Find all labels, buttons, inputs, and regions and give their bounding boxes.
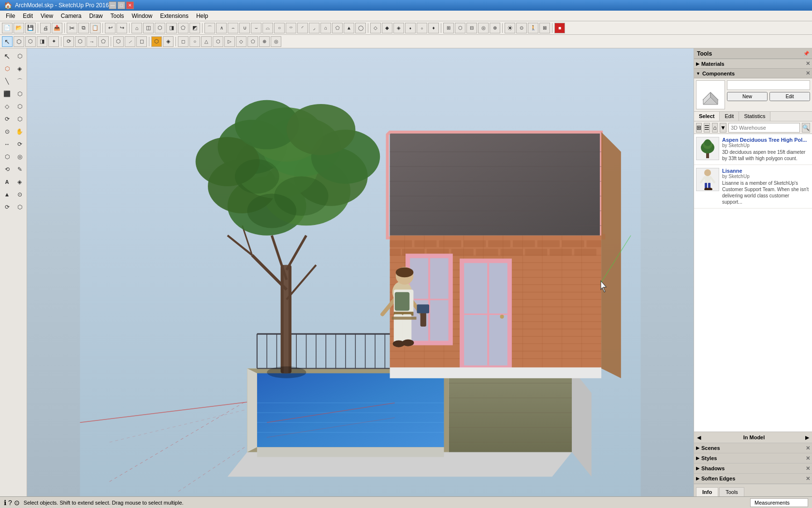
menu-tools[interactable]: Tools xyxy=(107,12,128,20)
tb-s6[interactable]: ◇ xyxy=(236,36,246,47)
tb-move[interactable]: ✦ xyxy=(48,36,59,47)
tb-pentagon[interactable]: ⬠ xyxy=(332,23,343,33)
component-item-0[interactable]: Aspen Deciduous Tree High Pol... by Sket… xyxy=(694,134,812,165)
tb-arc7[interactable]: ⌔ xyxy=(286,23,296,33)
tb-select-tool[interactable]: ↖ xyxy=(2,36,13,47)
tb-s7[interactable]: ⬠ xyxy=(247,36,258,47)
tb-gem6[interactable]: ♦ xyxy=(428,23,439,33)
tb-s4[interactable]: ⬡ xyxy=(213,36,223,47)
preview-new-btn[interactable]: New xyxy=(727,92,768,101)
info-icon[interactable]: ℹ xyxy=(4,499,6,507)
shape-tool2[interactable]: ⬡ xyxy=(14,88,26,100)
close-button[interactable]: ✕ xyxy=(126,1,134,9)
select-tool2[interactable]: ⬡ xyxy=(14,50,26,62)
tb-house[interactable]: ⌂ xyxy=(131,23,142,33)
tab-info[interactable]: Info xyxy=(696,487,718,496)
tb-scenes[interactable]: ⊕ xyxy=(490,23,500,33)
menu-extensions[interactable]: Extensions xyxy=(156,12,192,20)
tb-paint[interactable]: ◨ xyxy=(37,36,47,47)
in-model-prev[interactable]: ◀ xyxy=(697,434,701,441)
tb-components-btn[interactable]: ⬡ xyxy=(455,23,465,33)
tab-edit[interactable]: Edit xyxy=(720,112,739,121)
soften-edges-close[interactable]: ✕ xyxy=(806,476,810,482)
tb-3d[interactable]: ◩ xyxy=(189,23,200,33)
shape-tool1[interactable]: ⬛ xyxy=(1,88,13,100)
menu-edit[interactable]: Edit xyxy=(19,12,37,20)
home-btn[interactable]: ⌂ xyxy=(712,123,718,133)
measurements-field[interactable]: Measurements xyxy=(750,498,808,507)
tb-export[interactable]: 📤 xyxy=(52,23,62,33)
tb-arc10[interactable]: ⌂ xyxy=(320,23,331,33)
tab-tools-bottom[interactable]: Tools xyxy=(719,487,744,496)
section-tool[interactable]: ⊙ xyxy=(14,189,26,200)
tb-gem4[interactable]: ⬧ xyxy=(405,23,416,33)
view-list-btn[interactable]: ☰ xyxy=(704,123,710,133)
tb-poly2[interactable]: ◯ xyxy=(355,23,366,33)
walk-tool[interactable]: ⬡ xyxy=(1,151,13,163)
scenes-header[interactable]: ▶ Scenes ✕ xyxy=(694,443,812,453)
tb-eraser[interactable]: ⬡ xyxy=(25,36,36,47)
tb-box4[interactable]: ⬠ xyxy=(178,23,188,33)
component-item-1[interactable]: Lisanne by SketchUp Lisanne is a member … xyxy=(694,165,812,209)
tb-undo[interactable]: ↩ xyxy=(105,23,116,33)
geo-icon[interactable]: ⊙ xyxy=(14,499,20,507)
tb-red-indicator[interactable]: ■ xyxy=(554,23,565,33)
tb-box2[interactable]: ⬡ xyxy=(155,23,165,33)
materials-close[interactable]: ✕ xyxy=(806,60,810,67)
tb-poly1[interactable]: ▲ xyxy=(344,23,354,33)
text-tool2[interactable]: ◈ xyxy=(14,176,26,188)
extra-tool1[interactable]: ⟳ xyxy=(1,201,13,213)
tb-arc5[interactable]: ⌣ xyxy=(251,23,261,33)
tb-layers[interactable]: ⊞ xyxy=(443,23,454,33)
soften-edges-header[interactable]: ▶ Soften Edges ✕ xyxy=(694,474,812,483)
offset-tool[interactable]: ⬡ xyxy=(14,113,26,125)
tb-styles[interactable]: ◎ xyxy=(478,23,489,33)
pin-icon[interactable]: 📌 xyxy=(803,51,809,56)
view-grid-btn[interactable]: ⊞ xyxy=(696,123,702,133)
tb-arc4[interactable]: ∪ xyxy=(239,23,250,33)
text-tool[interactable]: A xyxy=(1,176,13,188)
tb-s3[interactable]: △ xyxy=(201,36,212,47)
look-tool[interactable]: ◎ xyxy=(14,151,26,163)
scenes-close[interactable]: ✕ xyxy=(806,445,810,451)
tb-follow-me[interactable]: → xyxy=(87,36,97,47)
preview-edit-btn[interactable]: Edit xyxy=(769,92,810,101)
tb-component-tool[interactable]: ⬡ xyxy=(14,36,24,47)
canvas-area[interactable] xyxy=(27,48,694,496)
tb-arc3[interactable]: ⌢ xyxy=(228,23,238,33)
paint-tool2[interactable]: ◈ xyxy=(14,63,26,75)
tb-rect[interactable]: ◻ xyxy=(136,36,147,47)
tb-gem2[interactable]: ◆ xyxy=(382,23,392,33)
tb-s1[interactable]: ◻ xyxy=(178,36,188,47)
extra-tool2[interactable]: ⬡ xyxy=(14,201,26,213)
arc-tool[interactable]: ⌒ xyxy=(14,75,26,87)
preview-name-input[interactable] xyxy=(727,80,810,90)
maximize-button[interactable]: □ xyxy=(117,1,125,9)
tb-s8[interactable]: ⊕ xyxy=(259,36,270,47)
minimize-button[interactable]: — xyxy=(109,1,116,9)
tool6[interactable]: ⬡ xyxy=(14,101,26,112)
tb-push-pull[interactable]: ⬡ xyxy=(113,36,124,47)
tb-gem5[interactable]: ⬦ xyxy=(417,23,427,33)
tb-open[interactable]: 📂 xyxy=(14,23,24,33)
tb-arc2[interactable]: ∧ xyxy=(216,23,227,33)
help-icon[interactable]: ? xyxy=(8,499,12,507)
zoom-tool2[interactable]: ⟳ xyxy=(14,138,26,150)
zoom-tool[interactable]: ↔ xyxy=(1,138,13,150)
menu-window[interactable]: Window xyxy=(128,12,157,20)
tb-geo[interactable]: ⊙ xyxy=(516,23,527,33)
tb-sun[interactable]: ☀ xyxy=(505,23,515,33)
tb-new[interactable]: 📄 xyxy=(2,23,13,33)
back-btn[interactable]: ▼ xyxy=(720,123,726,133)
shadows-header[interactable]: ▶ Shadows ✕ xyxy=(694,463,812,473)
tb-arc8[interactable]: ◜ xyxy=(297,23,308,33)
search-button[interactable]: 🔍 xyxy=(802,123,810,133)
components-close[interactable]: ✕ xyxy=(806,70,810,76)
tb-arc6[interactable]: ⌓ xyxy=(262,23,273,33)
tb-arc9[interactable]: ◞ xyxy=(309,23,319,33)
tb-copy[interactable]: ⧉ xyxy=(78,23,89,33)
tb-box1[interactable]: ◫ xyxy=(143,23,154,33)
tb-gem1[interactable]: ◇ xyxy=(370,23,381,33)
tb-gem3[interactable]: ◈ xyxy=(393,23,404,33)
styles-close[interactable]: ✕ xyxy=(806,455,810,462)
